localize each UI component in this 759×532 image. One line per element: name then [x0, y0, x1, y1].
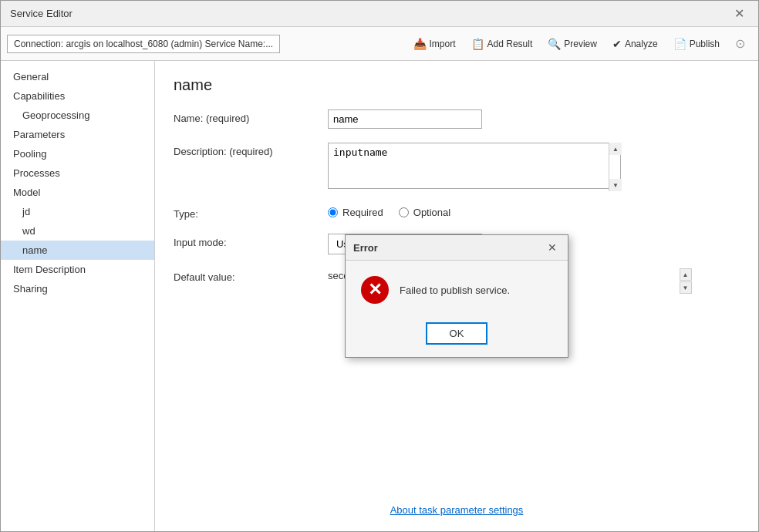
- main-content: General Capabilities Geoprocessing Param…: [1, 61, 758, 531]
- import-button[interactable]: 📥 Import: [406, 34, 463, 54]
- window-close-button[interactable]: ✕: [730, 5, 749, 22]
- error-icon: ✕: [361, 276, 389, 304]
- add-result-label: Add Result: [487, 39, 533, 49]
- sidebar-item-processes[interactable]: Processes: [1, 163, 154, 183]
- window-title: Service Editor: [10, 8, 73, 19]
- sidebar-item-sharing[interactable]: Sharing: [1, 279, 154, 298]
- publish-button[interactable]: 📄 Publish: [666, 34, 727, 54]
- toolbar-buttons: 📥 Import 📋 Add Result 🔍 Preview ✔ Analyz…: [406, 32, 752, 55]
- sidebar-item-model[interactable]: Model: [1, 183, 154, 202]
- import-icon: 📥: [413, 38, 427, 50]
- sidebar-item-general[interactable]: General: [1, 67, 154, 86]
- analyze-label: Analyze: [625, 39, 658, 49]
- modal-overlay: Error ✕ ✕ Failed to publish service. OK: [155, 61, 758, 531]
- sidebar-item-wd[interactable]: wd: [1, 221, 154, 241]
- service-editor-window: Service Editor ✕ Connection: arcgis on l…: [0, 0, 759, 532]
- content-area: name Name: (required) Description: (requ…: [155, 61, 758, 531]
- modal-close-button[interactable]: ✕: [545, 240, 560, 255]
- modal-message: Failed to publish service.: [400, 285, 510, 296]
- preview-label: Preview: [564, 39, 597, 49]
- sidebar-item-jd[interactable]: jd: [1, 202, 154, 221]
- publish-icon: 📄: [673, 38, 686, 50]
- analyze-button[interactable]: ✔ Analyze: [606, 34, 665, 54]
- sidebar-item-parameters[interactable]: Parameters: [1, 125, 154, 144]
- error-modal: Error ✕ ✕ Failed to publish service. OK: [345, 234, 568, 358]
- sidebar-item-capabilities[interactable]: Capabilities: [1, 86, 154, 106]
- add-result-button[interactable]: 📋 Add Result: [464, 34, 540, 54]
- modal-ok-button[interactable]: OK: [426, 322, 487, 345]
- connection-label: Connection: arcgis on localhost_6080 (ad…: [7, 35, 280, 53]
- import-label: Import: [430, 39, 456, 49]
- modal-body: ✕ Failed to publish service.: [346, 261, 568, 316]
- modal-footer: OK: [346, 316, 568, 357]
- sidebar-item-item-description[interactable]: Item Description: [1, 260, 154, 279]
- preview-icon: 🔍: [548, 38, 561, 50]
- analyze-icon: ✔: [612, 38, 622, 50]
- preview-button[interactable]: 🔍 Preview: [541, 34, 604, 54]
- sidebar-item-pooling[interactable]: Pooling: [1, 144, 154, 163]
- add-result-icon: 📋: [471, 38, 484, 50]
- modal-title-bar: Error ✕: [346, 235, 568, 261]
- title-bar: Service Editor ✕: [1, 1, 758, 27]
- sidebar: General Capabilities Geoprocessing Param…: [1, 61, 155, 531]
- modal-title: Error: [353, 242, 378, 254]
- spinner-button: ⊙: [728, 32, 752, 55]
- sidebar-item-name[interactable]: name: [1, 241, 154, 260]
- publish-label: Publish: [690, 39, 720, 49]
- toolbar: Connection: arcgis on localhost_6080 (ad…: [1, 27, 758, 61]
- sidebar-item-geoprocessing[interactable]: Geoprocessing: [1, 106, 154, 125]
